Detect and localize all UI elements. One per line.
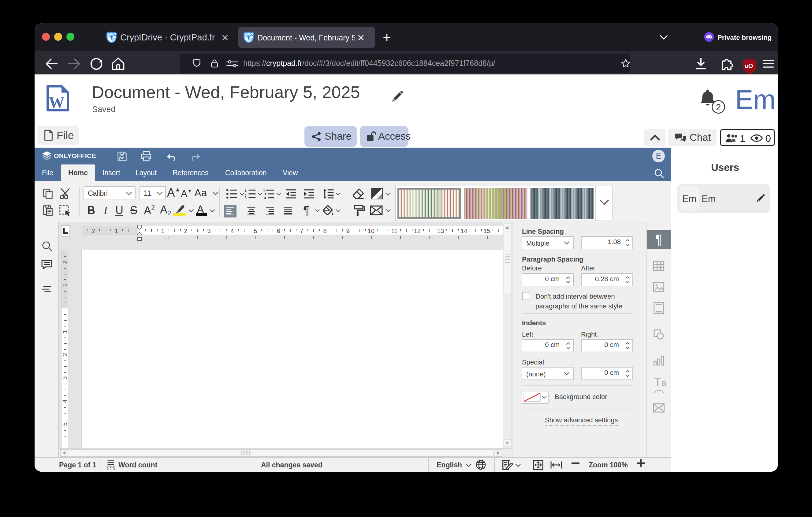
svg-text:1 2 3: 1 2 3 [106, 466, 115, 471]
svg-text:3: 3 [244, 196, 246, 199]
svg-text:uO: uO [745, 62, 753, 69]
svg-text:W: W [49, 94, 64, 111]
svg-text:1: 1 [263, 188, 265, 192]
